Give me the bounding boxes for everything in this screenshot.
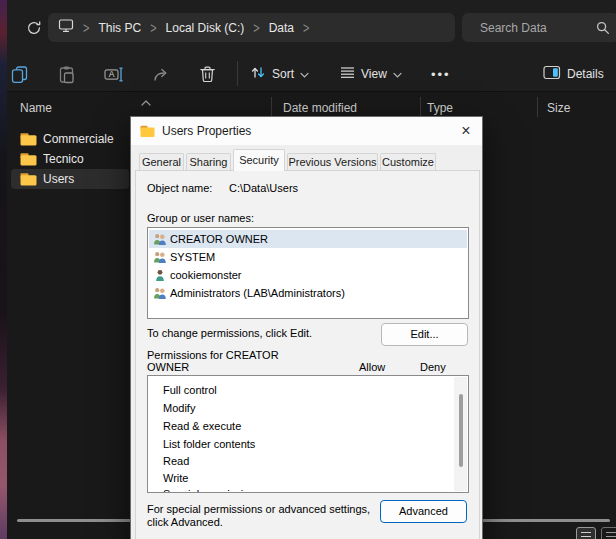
refresh-icon[interactable] (26, 20, 42, 36)
view-icon (340, 66, 355, 82)
file-name: Tecnico (43, 152, 84, 166)
dialog-title: Users Properties (162, 124, 251, 138)
folder-icon (20, 132, 37, 149)
group-icon (153, 251, 167, 266)
sort-label: Sort (272, 67, 294, 81)
advanced-button[interactable]: Advanced (380, 500, 467, 523)
column-name[interactable]: Name (20, 101, 52, 115)
principal-row-administrators[interactable]: Administrators (LAB\Administrators) (149, 284, 467, 302)
deny-column-label: Deny (420, 361, 446, 373)
chevron-right-icon: > (150, 20, 156, 35)
tab-customize[interactable]: Customize (380, 153, 436, 171)
permission-row[interactable]: Modify (163, 402, 195, 414)
file-name: Commerciale (43, 132, 114, 146)
folder-icon (20, 152, 37, 169)
search-icon (596, 21, 610, 39)
user-icon (153, 269, 167, 284)
principal-name: Administrators (LAB\Administrators) (170, 287, 345, 299)
group-user-list: CREATOR OWNER SYSTEM cookiemonster Admin… (147, 227, 469, 319)
column-type[interactable]: Type (427, 101, 453, 115)
svg-text:A: A (109, 69, 115, 79)
breadcrumb-local-disk[interactable]: Local Disk (C:) (166, 21, 245, 35)
advanced-hint-line1: For special permissions or advanced sett… (147, 503, 370, 515)
permission-row[interactable]: List folder contents (163, 438, 255, 450)
object-name-value: C:\Data\Users (229, 182, 298, 194)
breadcrumb-this-pc[interactable]: This PC (98, 21, 141, 35)
sort-button[interactable]: Sort (250, 63, 309, 85)
allow-column-label: Allow (359, 361, 385, 373)
chevron-down-icon (300, 67, 309, 81)
details-pane-button[interactable]: Details (543, 63, 604, 85)
share-icon[interactable] (152, 63, 171, 85)
permissions-for-label-line2: OWNER (147, 361, 189, 373)
tab-sharing[interactable]: Sharing (186, 153, 231, 171)
edit-hint: To change permissions, click Edit. (147, 327, 312, 339)
this-pc-icon (58, 18, 74, 37)
dialog-titlebar[interactable]: Users Properties × (131, 117, 482, 145)
breadcrumb-data[interactable]: Data (269, 21, 294, 35)
group-icon (153, 287, 167, 302)
scrollbar-thumb[interactable] (459, 394, 463, 467)
principal-name: cookiemonster (170, 269, 242, 281)
chevron-right-icon: > (303, 20, 309, 35)
properties-dialog: Users Properties × General Sharing Secur… (130, 116, 483, 539)
close-icon[interactable]: × (454, 119, 478, 143)
copy-icon[interactable] (10, 63, 29, 85)
column-divider[interactable] (420, 97, 421, 117)
file-name: Users (43, 172, 74, 186)
group-icon (153, 233, 167, 248)
tab-previous-versions[interactable]: Previous Versions (287, 153, 378, 171)
chevron-right-icon: > (83, 20, 89, 35)
desktop-wallpaper-strip (0, 0, 7, 539)
search-box[interactable] (462, 13, 616, 42)
chevron-right-icon: > (253, 20, 259, 35)
screen: > This PC > Local Disk (C:) > Data > (0, 0, 616, 539)
search-input[interactable] (480, 13, 585, 42)
principal-name: CREATOR OWNER (170, 233, 268, 245)
principal-row-cookiemonster[interactable]: cookiemonster (149, 266, 467, 284)
object-name-label: Object name: (147, 182, 212, 194)
more-options-button[interactable]: ••• (431, 63, 451, 85)
permissions-for-label-line1: Permissions for CREATOR (147, 349, 279, 361)
toolbar-divider (237, 61, 238, 86)
view-label: View (361, 67, 387, 81)
permission-row[interactable]: Write (163, 472, 188, 484)
paste-icon[interactable] (57, 63, 76, 85)
column-date-modified[interactable]: Date modified (283, 101, 357, 115)
permission-row[interactable]: Special permissions (163, 488, 261, 493)
tab-security[interactable]: Security (233, 149, 285, 171)
permission-row[interactable]: Read & execute (163, 420, 241, 432)
breadcrumb[interactable]: > This PC > Local Disk (C:) > Data > (48, 13, 455, 42)
details-pane-icon (543, 65, 561, 83)
advanced-hint-line2: click Advanced. (147, 516, 223, 528)
group-or-user-names-label: Group or user names: (147, 212, 254, 224)
folder-icon (140, 124, 155, 142)
address-toolbar: > This PC > Local Disk (C:) > Data > (7, 0, 616, 55)
permission-row[interactable]: Full control (163, 384, 217, 396)
chevron-down-icon (393, 67, 402, 81)
column-divider[interactable] (271, 97, 272, 117)
permissions-list: Full control Modify Read & execute List … (147, 375, 469, 493)
principal-row-creator-owner[interactable]: CREATOR OWNER (149, 230, 467, 248)
sort-ascending-icon[interactable] (141, 95, 151, 109)
column-divider[interactable] (537, 97, 538, 117)
sort-icon (250, 65, 266, 83)
permission-row[interactable]: Read (163, 455, 189, 467)
folder-icon (20, 172, 37, 189)
edit-button[interactable]: Edit... (381, 323, 468, 346)
principal-name: SYSTEM (170, 251, 215, 263)
column-size[interactable]: Size (547, 101, 570, 115)
view-button[interactable]: View (340, 63, 402, 85)
delete-icon[interactable] (199, 63, 216, 85)
details-label: Details (567, 67, 604, 81)
command-bar: A Sort View (7, 55, 616, 92)
details-view-toggle-icon[interactable] (576, 527, 596, 539)
principal-row-system[interactable]: SYSTEM (149, 248, 467, 266)
rename-icon[interactable]: A (104, 63, 124, 85)
tab-general[interactable]: General (139, 153, 184, 171)
thumbnail-view-toggle-icon[interactable] (601, 527, 616, 539)
